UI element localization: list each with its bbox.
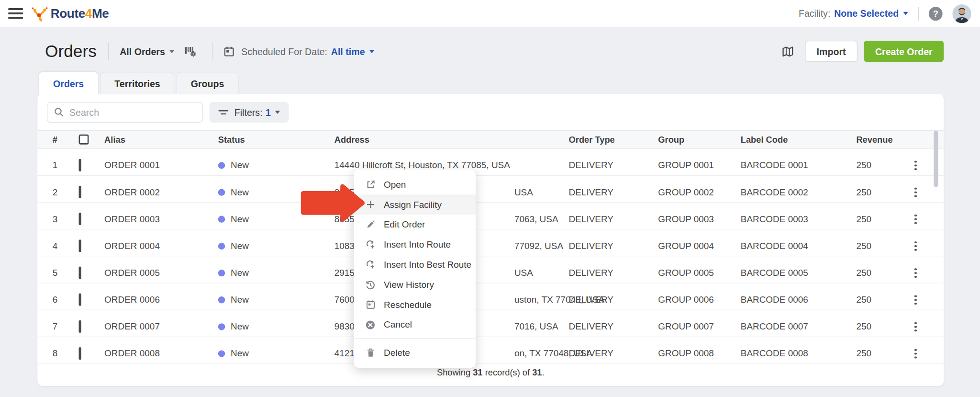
scheduled-date-dropdown[interactable]: All time <box>331 46 374 57</box>
order-revenue: 250 <box>856 160 903 170</box>
order-alias: ORDER 0002 <box>104 187 218 197</box>
status-dot <box>218 350 225 357</box>
order-alias: ORDER 0006 <box>104 295 218 305</box>
filters-count-badge: 1 <box>266 107 271 117</box>
row-number: 6 <box>53 295 79 305</box>
order-label-code: BARCODE 0005 <box>741 268 857 278</box>
help-button[interactable]: ? <box>929 7 943 21</box>
row-checkbox[interactable] <box>79 294 81 306</box>
address-text: 9830 <box>334 322 355 332</box>
row-checkbox[interactable] <box>79 320 81 333</box>
tab-territories[interactable]: Territories <box>100 72 175 94</box>
col-number: # <box>53 135 79 145</box>
order-alias: ORDER 0004 <box>104 241 218 251</box>
order-label-code: BARCODE 0002 <box>741 187 857 197</box>
history-icon <box>365 279 376 290</box>
menu-item-insert-into-route[interactable]: Insert Into Route <box>354 235 476 255</box>
order-alias: ORDER 0008 <box>104 349 218 359</box>
menu-item-view-history[interactable]: View History <box>354 274 476 295</box>
trash-icon <box>365 348 376 358</box>
table-row: 4ORDER 0004New108377092, USADELIVERYGROU… <box>37 229 944 256</box>
order-group: GROUP 0008 <box>658 349 740 359</box>
menu-item-edit-order[interactable]: Edit Order <box>354 215 476 235</box>
chevron-down-icon <box>369 50 374 53</box>
order-label-code: BARCODE 0001 <box>741 160 857 170</box>
user-avatar[interactable] <box>953 4 971 23</box>
col-alias: Alias <box>104 135 218 145</box>
create-order-button[interactable]: Create Order <box>864 41 944 62</box>
order-label-code: BARCODE 0003 <box>741 214 857 224</box>
row-number: 4 <box>53 241 79 251</box>
row-number: 7 <box>53 322 79 332</box>
order-revenue: 250 <box>856 241 903 251</box>
calendar-icon <box>365 299 376 310</box>
menu-item-label: Reschedule <box>384 300 432 310</box>
status-label: New <box>231 349 249 359</box>
row-actions-kebab-icon[interactable] <box>903 336 928 371</box>
menu-item-label: Delete <box>384 348 410 358</box>
logo-arrows-icon <box>31 5 48 23</box>
page-title: Orders <box>45 42 97 61</box>
status-dot <box>218 296 225 303</box>
address-text-continued: 7063, USA <box>514 214 558 224</box>
row-checkbox[interactable] <box>79 159 81 171</box>
row-checkbox[interactable] <box>79 240 81 252</box>
order-type: DELIVERY <box>569 160 658 170</box>
barcode-settings-icon[interactable] <box>183 44 198 58</box>
table-row: 5ORDER 0005New2915USADELIVERYGROUP 0005B… <box>37 257 944 284</box>
order-status: New <box>218 322 334 332</box>
orders-filter-dropdown[interactable]: All Orders <box>120 46 174 57</box>
menu-item-reschedule[interactable]: Reschedule <box>354 295 476 315</box>
menu-divider <box>354 339 476 339</box>
row-checkbox[interactable] <box>79 213 81 226</box>
address-text: 1083 <box>334 241 355 251</box>
tab-orders[interactable]: Orders <box>39 72 98 94</box>
chevron-down-icon <box>169 50 174 53</box>
facility-selector[interactable]: None Selected <box>834 8 908 19</box>
facility-label: Facility: <box>799 8 830 19</box>
order-group: GROUP 0005 <box>658 268 740 278</box>
hamburger-menu-icon[interactable] <box>8 6 23 21</box>
search-input[interactable] <box>69 107 202 117</box>
divider <box>212 43 213 60</box>
address-text: 7600 <box>334 295 355 305</box>
row-number: 3 <box>53 214 79 224</box>
menu-item-insert-into-best-route[interactable]: Insert Into Best Route <box>354 255 476 275</box>
menu-item-label: View History <box>384 280 434 290</box>
route-plus-icon <box>365 259 376 270</box>
col-address: Address <box>334 135 569 145</box>
status-dot <box>218 162 225 169</box>
menu-item-cancel[interactable]: Cancel <box>354 315 476 335</box>
order-alias: ORDER 0007 <box>104 322 218 332</box>
address-text-continued: 77092, USA <box>514 241 563 251</box>
address-text: 4121 <box>334 349 355 359</box>
import-button[interactable]: Import <box>805 41 858 62</box>
map-icon[interactable] <box>781 45 794 57</box>
table-row: 8ORDER 0008New4121on, TX 77048, USADELIV… <box>37 337 944 364</box>
status-label: New <box>231 160 249 170</box>
table-header: # Alias Status Address Order Type Group … <box>37 130 944 149</box>
route-plus-icon <box>365 239 376 250</box>
vertical-scrollbar[interactable] <box>934 131 938 187</box>
row-checkbox[interactable] <box>79 347 81 360</box>
menu-item-open[interactable]: Open <box>354 174 476 194</box>
select-all-checkbox[interactable] <box>79 135 89 145</box>
table-row: 6ORDER 0006New7600uston, TX 77049, USADE… <box>37 284 944 310</box>
order-label-code: BARCODE 0004 <box>741 241 857 251</box>
order-label-code: BARCODE 0007 <box>741 322 857 332</box>
calendar-icon <box>223 45 235 57</box>
row-checkbox[interactable] <box>79 267 81 279</box>
status-dot <box>218 323 225 330</box>
menu-item-delete[interactable]: Delete <box>354 343 476 363</box>
address-text-continued: 7016, USA <box>514 322 558 332</box>
filters-dropdown[interactable]: Filters: 1 <box>210 102 289 123</box>
status-dot <box>218 243 225 250</box>
status-label: New <box>231 187 249 197</box>
status-label: New <box>231 295 249 305</box>
menu-item-assign-facility[interactable]: Assign Facility <box>354 194 476 215</box>
status-label: New <box>231 214 249 224</box>
address-text-continued: USA <box>514 268 533 278</box>
order-label-code: BARCODE 0006 <box>741 295 857 305</box>
row-checkbox[interactable] <box>79 186 81 198</box>
tab-groups[interactable]: Groups <box>177 72 239 94</box>
